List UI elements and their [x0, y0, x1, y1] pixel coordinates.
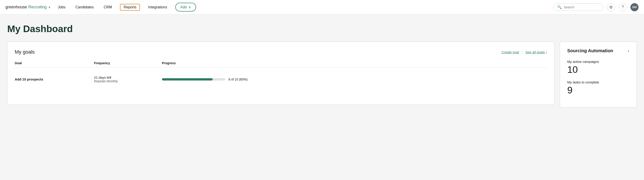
goals-separator: |	[522, 50, 523, 54]
col-header-goal: Goal	[15, 61, 94, 65]
goal-progress: 8 of 10 (80%)	[162, 78, 547, 81]
search-box[interactable]: 🔍	[554, 3, 603, 11]
see-all-goals-label: See all goals	[525, 50, 545, 54]
goals-card-title: My goals	[15, 49, 35, 55]
dashboard-grid: My goals Create goal | See all goals › G…	[7, 42, 637, 107]
nav-item-crm[interactable]: CRM	[102, 4, 114, 10]
goal-name: Add 10 prospects	[15, 77, 94, 81]
nav-item-jobs[interactable]: Jobs	[56, 4, 67, 10]
main-content: My Dashboard My goals Create goal | See …	[0, 14, 644, 116]
brand-recruiting-text: Recruiting	[28, 5, 47, 9]
progress-label: 8 of 10 (80%)	[228, 78, 248, 81]
create-goal-link[interactable]: Create goal	[502, 50, 519, 54]
search-icon: 🔍	[557, 5, 562, 9]
avatar-initials: GH	[632, 5, 637, 9]
sourcing-card: Sourcing Automation › My active campaign…	[560, 42, 637, 107]
sourcing-chevron-icon[interactable]: ›	[628, 48, 629, 53]
navbar-right: 🔍 ⚙ ? GH	[554, 3, 638, 11]
settings-icon: ⚙	[609, 5, 613, 10]
add-button-label: Add	[180, 5, 186, 9]
goals-card-actions: Create goal | See all goals ›	[502, 50, 547, 54]
goals-table-header: Goal Frequency Progress	[15, 61, 547, 67]
goal-frequency-main: 21 days left	[94, 76, 162, 79]
goal-frequency-sub: Repeats Monthly	[94, 79, 162, 83]
col-header-frequency: Frequency	[94, 61, 162, 65]
navbar-nav: Jobs Candidates CRM Reports Integrations…	[56, 3, 548, 11]
navbar: greenhouse Recruiting ∨ Jobs Candidates …	[0, 0, 644, 14]
goals-card-header: My goals Create goal | See all goals ›	[15, 49, 547, 55]
sourcing-campaigns-value: 10	[567, 64, 629, 75]
page-title: My Dashboard	[7, 23, 637, 34]
sourcing-campaigns-label: My active campaigns	[567, 60, 629, 64]
avatar[interactable]: GH	[630, 3, 638, 11]
brand-chevron-icon: ∨	[48, 6, 50, 9]
nav-item-integrations[interactable]: Integrations	[146, 4, 169, 10]
nav-item-reports[interactable]: Reports	[120, 4, 140, 11]
sourcing-card-header: Sourcing Automation ›	[567, 48, 629, 53]
table-row: Add 10 prospects 21 days left Repeats Mo…	[15, 72, 547, 87]
search-input[interactable]	[564, 5, 600, 9]
help-button[interactable]: ?	[619, 3, 627, 11]
goals-card: My goals Create goal | See all goals › G…	[7, 42, 554, 105]
brand-logo[interactable]: greenhouse Recruiting ∨	[6, 5, 50, 9]
add-button-chevron-icon: ∨	[188, 5, 191, 9]
help-icon: ?	[622, 5, 624, 9]
add-button[interactable]: Add ∨	[175, 3, 196, 11]
see-all-goals-link[interactable]: See all goals ›	[525, 50, 547, 54]
brand-greenhouse-text: greenhouse	[6, 5, 27, 9]
nav-item-candidates[interactable]: Candidates	[74, 4, 96, 10]
sourcing-stat-tasks: My tasks to complete 9	[567, 80, 629, 95]
sourcing-tasks-value: 9	[567, 85, 629, 95]
sourcing-stat-campaigns: My active campaigns 10	[567, 60, 629, 75]
progress-bar-fill	[162, 78, 213, 80]
sourcing-card-title: Sourcing Automation	[567, 48, 613, 53]
progress-bar	[162, 78, 225, 80]
col-header-progress: Progress	[162, 61, 547, 65]
see-all-goals-arrow-icon: ›	[546, 50, 547, 54]
sourcing-tasks-label: My tasks to complete	[567, 80, 629, 84]
goal-frequency: 21 days left Repeats Monthly	[94, 76, 162, 83]
settings-button[interactable]: ⚙	[607, 3, 615, 11]
